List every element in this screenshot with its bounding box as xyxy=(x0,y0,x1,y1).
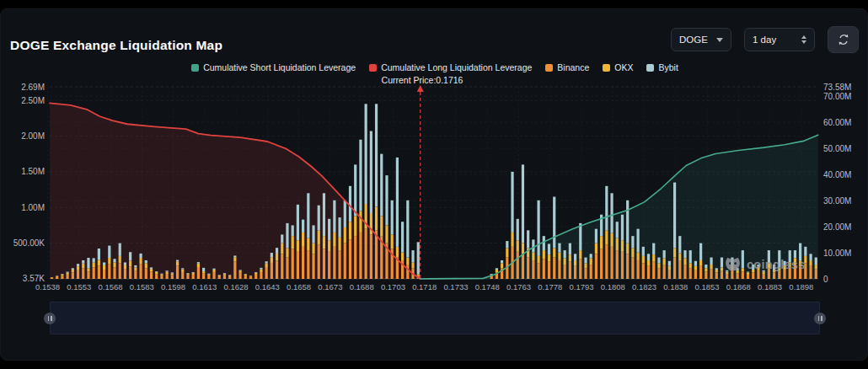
x-tick: 0.1703 xyxy=(381,282,405,291)
liquidation-bar-bybit xyxy=(61,274,63,275)
liquidation-bar-bybit xyxy=(517,219,519,240)
liquidation-bar-okx xyxy=(333,233,335,247)
liquidation-bar-binance xyxy=(67,275,69,279)
x-tick: 0.1748 xyxy=(475,282,500,291)
liquidation-bar-bybit xyxy=(569,243,571,255)
liquidation-bar-okx xyxy=(548,254,550,261)
liquidation-bar-bybit xyxy=(396,158,399,247)
liquidation-bar-bybit xyxy=(699,243,702,260)
liquidation-bar-okx xyxy=(605,230,608,244)
liquidation-bar-okx xyxy=(380,216,383,236)
current-price-arrow-icon xyxy=(417,85,424,92)
liquidation-bar-binance xyxy=(286,258,288,279)
liquidation-bar-bybit xyxy=(642,247,645,256)
liquidation-bar-bybit xyxy=(558,243,560,253)
liquidation-bar-bybit xyxy=(192,272,195,273)
liquidation-bar-bybit xyxy=(605,186,608,231)
liquidation-bar-bybit xyxy=(281,234,283,243)
liquidation-bar-okx xyxy=(569,254,571,261)
liquidation-bar-binance xyxy=(281,254,283,279)
liquidation-bar-okx xyxy=(129,260,131,266)
liquidation-bar-bybit xyxy=(815,258,817,265)
liquidation-bar-okx xyxy=(631,249,634,258)
liquidation-bar-binance xyxy=(673,258,676,279)
liquidation-bar-okx xyxy=(647,260,650,266)
liquidation-bar-bybit xyxy=(401,222,404,252)
liquidation-bar-okx xyxy=(401,253,404,261)
liquidation-bar-binance xyxy=(715,272,718,279)
liquidation-bar-okx xyxy=(349,222,351,239)
liquidation-bar-binance xyxy=(595,254,597,279)
liquidation-bar-okx xyxy=(699,260,702,266)
liquidation-bar-bybit xyxy=(276,248,278,254)
liquidation-bar-okx xyxy=(223,274,226,275)
x-tick: 0.1673 xyxy=(318,282,342,291)
liquidation-bar-binance xyxy=(522,254,524,279)
watermark: coinglass xyxy=(724,255,806,273)
liquidation-bar-bybit xyxy=(406,201,409,258)
liquidation-bar-bybit xyxy=(166,270,169,271)
liquidation-bar-binance xyxy=(652,262,655,279)
liquidation-bar-okx xyxy=(579,250,581,259)
liquidation-bar-binance xyxy=(569,262,571,279)
liquidation-bar-okx xyxy=(160,274,163,275)
liquidation-bar-bybit xyxy=(506,241,508,248)
x-tick: 0.1628 xyxy=(224,282,249,291)
liquidation-bar-okx xyxy=(192,273,195,275)
liquidation-bar-bybit xyxy=(564,250,566,258)
liquidation-bar-okx xyxy=(663,258,666,265)
y-right-tick: 70.00M xyxy=(823,92,851,101)
liquidation-bar-bybit xyxy=(302,220,304,233)
liquidation-bar-bybit xyxy=(197,262,200,264)
liquidation-bar-okx xyxy=(417,274,420,275)
liquidation-bar-okx xyxy=(166,272,169,275)
liquidation-bar-bybit xyxy=(715,268,718,270)
liquidation-bar-bybit xyxy=(323,193,325,236)
liquidation-bar-binance xyxy=(548,262,550,279)
liquidation-bar-bybit xyxy=(238,270,241,270)
liquidation-bar-okx xyxy=(318,230,320,244)
liquidation-map-card: DOGE Exchange Liquidation Map DOGE 1 day… xyxy=(0,8,868,361)
liquidation-bar-okx xyxy=(564,258,566,265)
x-tick: 0.1538 xyxy=(35,282,60,291)
liquidation-bar-okx xyxy=(344,227,346,243)
liquidation-bar-binance xyxy=(129,266,131,279)
liquidation-bar-okx xyxy=(359,211,362,232)
liquidation-bar-okx xyxy=(103,265,105,270)
liquidation-bar-bybit xyxy=(176,260,179,262)
liquidation-bar-bybit xyxy=(108,246,110,258)
liquidation-bar-okx xyxy=(61,275,63,276)
x-tick: 0.1808 xyxy=(601,282,625,291)
liquidation-bar-binance xyxy=(207,275,210,279)
liquidation-bar-bybit xyxy=(511,172,513,233)
liquidation-bar-binance xyxy=(113,267,115,279)
liquidation-bar-bybit xyxy=(631,236,634,248)
liquidation-bar-okx xyxy=(375,206,378,230)
liquidation-bar-okx xyxy=(809,260,812,266)
y-left-tick: 2.50M xyxy=(21,96,45,105)
range-navigator[interactable] xyxy=(50,302,820,334)
liquidation-bar-binance xyxy=(155,274,158,279)
liquidation-bar-bybit xyxy=(150,267,153,269)
liquidation-bar-binance xyxy=(166,274,169,279)
liquidation-bar-bybit xyxy=(621,215,624,241)
liquidation-bar-binance xyxy=(668,270,671,279)
liquidation-bar-okx xyxy=(590,258,592,265)
liquidation-bar-okx xyxy=(145,263,147,268)
liquidation-bar-okx xyxy=(124,265,126,269)
liquidation-bar-okx xyxy=(155,272,158,275)
liquidation-bar-bybit xyxy=(344,201,346,227)
liquidation-bar-bybit xyxy=(501,260,503,263)
liquidation-bar-okx xyxy=(595,243,597,254)
liquidation-bar-bybit xyxy=(98,249,100,260)
liquidation-bar-bybit xyxy=(255,272,257,273)
liquidation-bar-bybit xyxy=(705,265,707,268)
liquidation-bar-binance xyxy=(600,249,603,279)
liquidation-bar-bybit xyxy=(297,205,299,240)
liquidation-bar-binance xyxy=(318,244,320,279)
liquidation-bar-binance xyxy=(517,252,519,279)
y-right-tick: 50.00M xyxy=(823,144,851,153)
navigator-right-handle[interactable] xyxy=(814,313,826,324)
liquidation-bar-binance xyxy=(683,265,686,279)
navigator-left-handle[interactable] xyxy=(44,313,56,324)
